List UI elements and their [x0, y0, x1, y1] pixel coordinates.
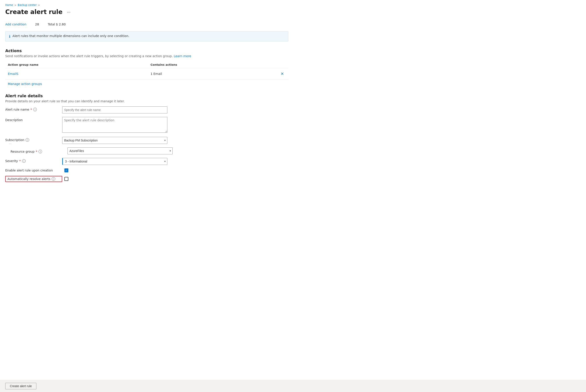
auto-resolve-label: Automatically resolve alerts i [5, 176, 62, 182]
info-banner-text: Alert rules that monitor multiple dimens… [13, 34, 129, 38]
name-label: Alert rule name * i [5, 106, 62, 111]
enable-alert-label: Enable alert rule upon creation [5, 169, 62, 172]
learn-more-link[interactable]: Learn more [174, 54, 191, 58]
name-info-icon[interactable]: i [33, 108, 37, 111]
actions-section-desc: Send notifications or invoke actions whe… [5, 54, 288, 58]
more-options-button[interactable]: ··· [65, 8, 72, 15]
resource-group-select-wrapper: AzureFiles ▾ [68, 148, 173, 154]
resource-group-required: * [36, 150, 37, 153]
page-title: Create alert rule [5, 8, 63, 16]
remove-cell: ✕ [275, 68, 288, 80]
checkmark-icon: ✓ [65, 169, 68, 172]
description-textarea[interactable] [62, 117, 167, 133]
manage-action-groups-link[interactable]: Manage action groups [5, 81, 45, 86]
page-header: Create alert rule ··· [5, 8, 288, 16]
auto-resolve-info-icon[interactable]: i [52, 177, 55, 181]
subscription-label: Subscription i [5, 137, 62, 142]
subscription-select[interactable]: Backup PM Subscription [62, 137, 167, 144]
details-section-title: Alert rule details [5, 94, 288, 98]
breadcrumb-sep2: > [38, 4, 40, 6]
breadcrumb-home[interactable]: Home [5, 4, 13, 6]
severity-select[interactable]: 0 - Critical 1 - Error 2 - Warning 3 - I… [62, 158, 167, 165]
add-condition-link[interactable]: Add condition [5, 22, 26, 26]
action-group-name-link[interactable]: EmailS [8, 72, 19, 76]
resource-group-info-icon[interactable]: i [39, 150, 42, 153]
description-row: Description [5, 117, 288, 133]
alert-rule-name-input[interactable] [62, 106, 167, 114]
resource-group-inner: Resource group * i AzureFiles ▾ [11, 148, 288, 154]
col-contains-actions: Contains actions [148, 61, 275, 68]
severity-input-col: 0 - Critical 1 - Error 2 - Warning 3 - I… [62, 158, 167, 165]
description-label: Description [5, 117, 62, 122]
severity-required: * [19, 159, 21, 163]
table-row: EmailS 1 Email ✕ [5, 68, 288, 80]
resource-group-label: Resource group * i [11, 148, 68, 153]
summary-total: Total $ 2.80 [48, 22, 66, 26]
footer-bar: Create alert rule [0, 380, 586, 392]
alert-rule-name-row: Alert rule name * i [5, 106, 288, 114]
remove-action-group-button[interactable]: ✕ [279, 70, 286, 77]
auto-resolve-checkbox[interactable] [65, 177, 68, 181]
subscription-input-col: Backup PM Subscription ▾ [62, 137, 167, 144]
breadcrumb-sep1: > [14, 4, 16, 6]
info-icon: ℹ [9, 34, 10, 38]
severity-row: Severity * i 0 - Critical 1 - Error 2 - … [5, 158, 288, 165]
create-alert-rule-button[interactable]: Create alert rule [5, 383, 36, 389]
actions-section: Actions Send notifications or invoke act… [5, 48, 288, 86]
description-input-col [62, 117, 167, 133]
alert-rule-details-section: Alert rule details Provide details on yo… [5, 94, 288, 182]
action-group-table: Action group name Contains actions Email… [5, 61, 288, 80]
summary-bar: Add condition 28 Total $ 2.80 [5, 21, 288, 28]
resource-group-input-col: AzureFiles ▾ [68, 148, 173, 154]
severity-info-icon[interactable]: i [22, 159, 26, 163]
col-action-group-name: Action group name [5, 61, 148, 68]
breadcrumb-backup-center[interactable]: Backup center [18, 4, 37, 6]
action-group-name-cell: EmailS [5, 68, 148, 80]
contains-actions-cell: 1 Email [148, 68, 275, 80]
name-input-col [62, 106, 167, 114]
resource-group-select[interactable]: AzureFiles [68, 148, 173, 154]
subscription-info-icon[interactable]: i [26, 138, 29, 142]
name-required: * [31, 108, 32, 111]
enable-alert-row: Enable alert rule upon creation ✓ [5, 168, 288, 172]
info-banner: ℹ Alert rules that monitor multiple dime… [5, 31, 288, 42]
details-section-desc: Provide details on your alert rule so th… [5, 100, 288, 103]
resource-group-row: Resource group * i AzureFiles ▾ [5, 148, 288, 154]
subscription-row: Subscription i Backup PM Subscription ▾ [5, 137, 288, 144]
severity-select-wrapper: 0 - Critical 1 - Error 2 - Warning 3 - I… [62, 158, 167, 165]
severity-label: Severity * i [5, 158, 62, 163]
breadcrumb: Home > Backup center > [5, 4, 288, 6]
actions-section-title: Actions [5, 48, 288, 53]
enable-alert-checkbox[interactable]: ✓ [65, 168, 68, 172]
subscription-select-wrapper: Backup PM Subscription ▾ [62, 137, 167, 144]
summary-count: 28 [35, 22, 39, 26]
auto-resolve-row: Automatically resolve alerts i [5, 176, 288, 182]
